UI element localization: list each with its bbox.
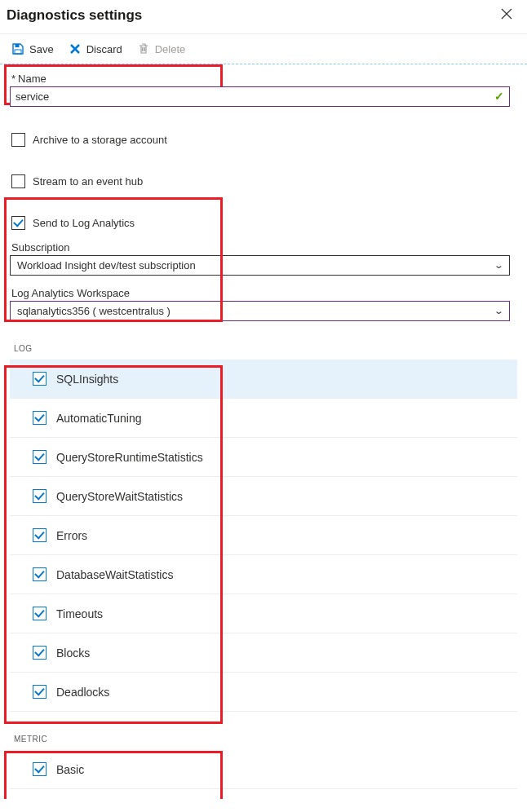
archive-checkbox[interactable] (11, 133, 25, 147)
log-option-checkbox[interactable] (33, 646, 46, 660)
loganalytics-checkbox[interactable] (11, 216, 25, 230)
log-option-label: Blocks (56, 647, 90, 660)
log-option-row[interactable]: DatabaseWaitStatistics (10, 555, 517, 594)
log-option-label: SQLInsights (56, 373, 118, 386)
validation-check-icon: ✓ (494, 90, 504, 103)
svg-rect-1 (15, 50, 21, 54)
close-icon[interactable] (498, 5, 516, 25)
chevron-down-icon: ⌄ (494, 260, 504, 271)
eventhub-checkbox[interactable] (11, 174, 25, 188)
name-label: *Name (11, 73, 517, 85)
panel-title: Diagnostics settings (7, 7, 142, 24)
delete-icon (137, 42, 150, 55)
chevron-down-icon: ⌄ (494, 306, 504, 316)
save-icon (11, 42, 24, 55)
log-option-label: Errors (56, 529, 87, 542)
log-option-label: QueryStoreRuntimeStatistics (56, 451, 203, 464)
log-option-row[interactable]: Timeouts (10, 594, 517, 633)
discard-icon (69, 42, 82, 55)
archive-label: Archive to a storage account (33, 134, 167, 146)
loganalytics-label: Send to Log Analytics (33, 217, 135, 229)
workspace-value: sqlanalytics356 ( westcentralus ) (17, 305, 170, 317)
save-button-label: Save (29, 43, 54, 55)
workspace-select[interactable]: sqlanalytics356 ( westcentralus ) ⌄ (10, 301, 510, 321)
save-button[interactable]: Save (10, 41, 55, 57)
log-option-row[interactable]: Blocks (10, 633, 517, 673)
log-option-row[interactable]: AutomaticTuning (10, 399, 517, 438)
log-option-row[interactable]: Errors (10, 516, 517, 555)
metric-section-heading: METRIC (14, 735, 517, 744)
log-option-row[interactable]: Deadlocks (10, 673, 517, 712)
discard-button-label: Discard (86, 43, 122, 55)
log-option-checkbox[interactable] (33, 528, 46, 542)
metric-option-label: Basic (56, 763, 84, 776)
name-input[interactable] (11, 87, 509, 106)
metric-option-checkbox[interactable] (33, 762, 46, 776)
delete-button-label: Delete (155, 43, 186, 55)
log-option-label: Deadlocks (56, 686, 109, 699)
subscription-value: Workload Insight dev/test subscription (17, 259, 196, 271)
log-option-label: QueryStoreWaitStatistics (56, 490, 183, 503)
log-option-checkbox[interactable] (33, 411, 46, 425)
log-option-checkbox[interactable] (33, 567, 46, 581)
eventhub-label: Stream to an event hub (33, 175, 143, 188)
log-option-checkbox[interactable] (33, 372, 46, 386)
log-option-checkbox[interactable] (33, 685, 46, 699)
delete-button: Delete (135, 41, 188, 57)
subscription-select[interactable]: Workload Insight dev/test subscription ⌄ (10, 255, 510, 276)
log-option-label: AutomaticTuning (56, 412, 142, 425)
log-option-row[interactable]: SQLInsights (10, 360, 517, 399)
log-option-checkbox[interactable] (33, 450, 46, 464)
toolbar: Save Discard Delete (0, 34, 527, 64)
log-option-label: Timeouts (56, 607, 103, 620)
log-option-label: DatabaseWaitStatistics (56, 568, 173, 581)
metric-option-row[interactable]: Basic (10, 750, 517, 789)
required-asterisk: * (11, 73, 16, 85)
subscription-label: Subscription (11, 241, 517, 254)
log-section-heading: LOG (14, 344, 517, 353)
svg-rect-0 (16, 44, 20, 47)
log-option-row[interactable]: QueryStoreWaitStatistics (10, 477, 517, 516)
log-options-list: SQLInsightsAutomaticTuningQueryStoreRunt… (10, 360, 517, 712)
log-option-row[interactable]: QueryStoreRuntimeStatistics (10, 438, 517, 477)
discard-button[interactable]: Discard (67, 41, 124, 57)
metric-options-list: Basic (10, 750, 517, 789)
workspace-label: Log Analytics Workspace (11, 287, 517, 299)
log-option-checkbox[interactable] (33, 489, 46, 503)
log-option-checkbox[interactable] (33, 607, 46, 620)
